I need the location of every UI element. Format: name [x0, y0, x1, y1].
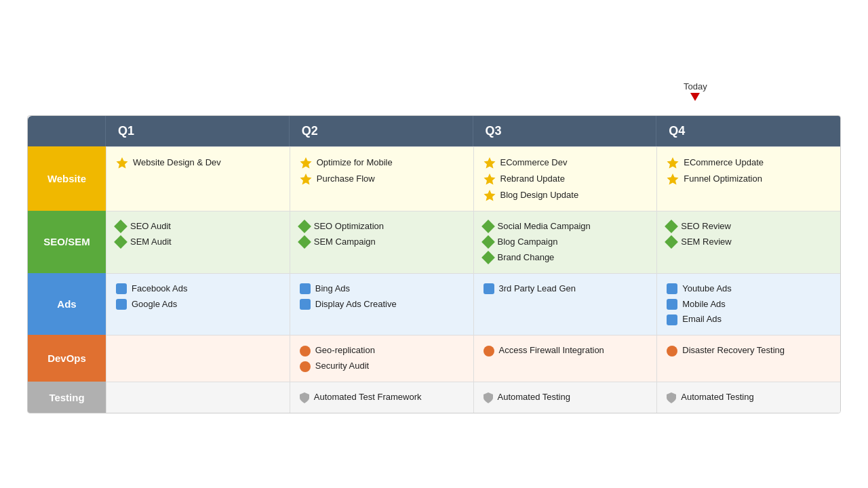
task-text: Access Firewall Integration	[499, 345, 604, 357]
diamond-icon	[298, 220, 311, 234]
task-text: Youtube Ads	[682, 283, 732, 295]
task-text: Automated Test Framework	[314, 392, 422, 403]
ads-q1: Facebook Ads Google Ads	[106, 273, 290, 336]
square-icon	[300, 283, 311, 294]
svg-marker-7	[667, 174, 679, 185]
task-text: Website Design & Dev	[133, 157, 221, 169]
today-label: Today	[684, 81, 707, 92]
svg-marker-3	[484, 157, 495, 169]
svg-marker-1	[300, 157, 311, 169]
row-label-devops: DevOps	[28, 335, 106, 382]
task-item: Brand Change	[484, 252, 648, 264]
quarter-header-q4: Q4	[656, 116, 840, 146]
diamond-icon	[665, 220, 678, 234]
task-text: SEO Optimization	[314, 221, 384, 232]
quarter-header-q2: Q2	[290, 116, 473, 146]
star-icon	[484, 173, 496, 185]
seo-q4: SEO Review SEM Review	[656, 211, 840, 273]
task-item: Blog Design Update	[484, 189, 648, 201]
task-text: SEM Campaign	[314, 237, 376, 248]
circle-icon	[484, 346, 494, 357]
website-q1: Website Design & Dev	[106, 146, 290, 211]
task-item: Youtube Ads	[667, 283, 831, 295]
devops-q4: Disaster Recovery Testing	[656, 335, 840, 382]
diamond-icon	[114, 220, 127, 234]
task-item: Funnel Optimization	[667, 173, 831, 185]
row-label-website: Website	[28, 146, 106, 211]
circle-icon	[300, 361, 311, 372]
task-text: Geo-replication	[315, 345, 375, 357]
task-item: ECommerce Update	[667, 157, 831, 169]
task-item: Access Firewall Integration	[484, 345, 648, 357]
row-label-seo: SEO/SEM	[28, 211, 106, 273]
task-item: Geo-replication	[300, 345, 464, 357]
square-icon	[116, 283, 127, 294]
svg-marker-5	[484, 190, 495, 201]
svg-marker-6	[667, 157, 679, 169]
diamond-icon	[481, 220, 495, 234]
testing-q2: Automated Test Framework	[290, 382, 473, 413]
task-text: Automated Testing	[681, 392, 753, 403]
task-text: SEO Review	[681, 221, 731, 232]
square-icon	[484, 283, 494, 294]
task-text: Rebrand Update	[500, 174, 565, 185]
diamond-icon	[114, 235, 127, 249]
task-item: Automated Test Framework	[300, 392, 464, 403]
testing-q3: Automated Testing	[473, 382, 657, 413]
diamond-icon	[665, 235, 678, 249]
website-q2: Optimize for Mobile Purchase Flow	[290, 146, 473, 211]
circle-icon	[300, 346, 311, 357]
task-item: Purchase Flow	[300, 173, 464, 185]
task-text: Bing Ads	[315, 283, 350, 295]
task-text: Mobile Ads	[682, 299, 726, 310]
devops-q3: Access Firewall Integration	[473, 335, 657, 382]
task-text: Security Audit	[315, 361, 370, 372]
task-text: Google Ads	[132, 299, 177, 310]
task-text: ECommerce Update	[684, 157, 764, 169]
roadmap-wrapper: Today Q1 Q2 Q3 Q4 Website Website Design…	[27, 75, 841, 413]
task-text: Funnel Optimization	[684, 174, 762, 185]
task-text: ECommerce Dev	[500, 157, 568, 169]
task-text: Purchase Flow	[317, 174, 375, 185]
header-spacer	[28, 116, 106, 146]
task-text: SEM Audit	[130, 237, 172, 248]
star-icon	[667, 157, 679, 169]
task-item: 3rd Party Lead Gen	[484, 283, 648, 295]
square-icon	[116, 299, 127, 310]
task-item: SEO Audit	[116, 221, 280, 232]
task-item: Bing Ads	[300, 283, 464, 295]
task-item: Automated Testing	[484, 392, 648, 403]
task-item: Display Ads Creative	[300, 299, 464, 310]
circle-icon	[667, 346, 677, 357]
task-item: Automated Testing	[667, 392, 831, 403]
task-text: Automated Testing	[498, 392, 570, 403]
task-item: ECommerce Dev	[484, 157, 648, 169]
task-item: Blog Campaign	[484, 237, 648, 248]
task-item: Rebrand Update	[484, 173, 648, 185]
shield-icon	[300, 392, 309, 403]
star-icon	[300, 157, 312, 169]
star-icon	[484, 157, 496, 169]
star-icon	[484, 189, 496, 201]
task-text: 3rd Party Lead Gen	[499, 283, 576, 295]
today-arrow-icon	[690, 93, 700, 101]
diamond-icon	[481, 251, 495, 264]
square-icon	[667, 299, 677, 310]
svg-marker-2	[300, 174, 311, 185]
square-icon	[667, 314, 677, 325]
task-item: SEM Audit	[116, 237, 280, 248]
seo-q3: Social Media Campaign Blog Campaign Bran…	[473, 211, 657, 273]
devops-q2: Geo-replication Security Audit	[290, 335, 473, 382]
shield-icon	[484, 392, 493, 403]
task-text: Optimize for Mobile	[317, 157, 393, 169]
task-item: SEM Campaign	[300, 237, 464, 248]
star-icon	[300, 173, 312, 185]
task-item: Website Design & Dev	[116, 157, 280, 169]
star-icon	[667, 173, 679, 185]
today-marker: Today	[684, 81, 707, 101]
task-item: Email Ads	[667, 314, 831, 325]
task-item: SEO Review	[667, 221, 831, 232]
task-item: Mobile Ads	[667, 299, 831, 310]
task-text: SEM Review	[681, 237, 731, 248]
task-text: Disaster Recovery Testing	[682, 345, 785, 357]
